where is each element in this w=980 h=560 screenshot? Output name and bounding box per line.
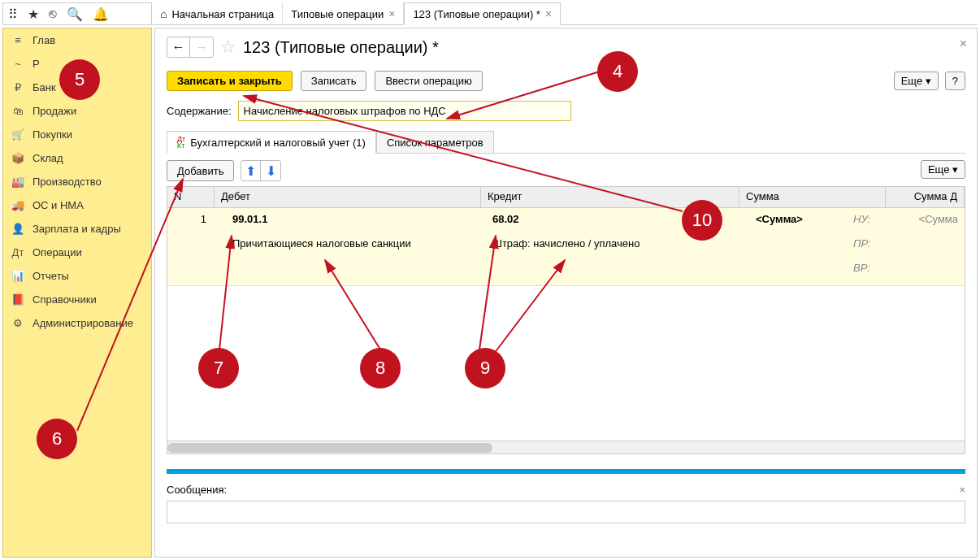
back-button[interactable]: ← xyxy=(167,37,190,57)
messages-body xyxy=(167,501,965,523)
sidebar: ≡Глав ~Р ₽Банк 🛍Продажи 🛒Покупки 📦Склад … xyxy=(2,28,152,558)
person-icon: 👤 xyxy=(11,223,24,235)
sidebar-item-label: Отчеты xyxy=(33,270,69,282)
help-button[interactable]: ? xyxy=(945,72,965,90)
sidebar-item-refs[interactable]: 📕Справочники xyxy=(3,288,151,311)
home-icon: ⌂ xyxy=(160,7,167,20)
col-n[interactable]: N xyxy=(167,187,215,207)
tab-123[interactable]: 123 (Типовые операции) * × xyxy=(404,2,561,25)
badge-6: 6 xyxy=(37,419,77,459)
badge-9: 9 xyxy=(465,348,505,389)
debit-description: Причитающиеся налоговые санкции xyxy=(232,237,411,250)
sidebar-item-os-nma[interactable]: 🚚ОС и НМА xyxy=(3,193,151,217)
content-input[interactable] xyxy=(238,101,571,121)
tab-accounting[interactable]: ДтКт Бухгалтерский и налоговый учет (1) xyxy=(167,131,376,154)
close-icon[interactable]: × xyxy=(388,7,395,20)
sidebar-item-production[interactable]: 🏭Производство xyxy=(3,170,151,193)
save-button[interactable]: Записать xyxy=(301,71,367,91)
col-sumd[interactable]: Сумма Д xyxy=(886,187,965,207)
sidebar-item-reports[interactable]: 📊Отчеты xyxy=(3,264,151,288)
content-label: Содержание: xyxy=(167,105,232,117)
nav-buttons: ← → xyxy=(167,37,214,58)
tab-home[interactable]: ⌂ Начальная страница xyxy=(152,2,283,25)
row-n: 1 xyxy=(167,208,215,230)
badge-10: 10 xyxy=(682,200,722,241)
sidebar-item-label: Продажи xyxy=(33,105,76,117)
chart-icon: ~ xyxy=(11,58,24,70)
cart-icon: 🛒 xyxy=(11,128,24,141)
ruble-icon: ₽ xyxy=(11,81,24,93)
progress-bar xyxy=(167,469,965,474)
truck-icon: 🚚 xyxy=(11,199,24,211)
sidebar-item-label: Зарплата и кадры xyxy=(33,223,121,235)
more-grid-button[interactable]: Еще ▾ xyxy=(921,160,965,179)
add-button[interactable]: Добавить xyxy=(167,160,234,181)
sidebar-item-main[interactable]: ≡Глав xyxy=(3,28,151,52)
tab-bar: ⌂ Начальная страница Типовые операции × … xyxy=(152,2,978,25)
sidebar-item-label: Операции xyxy=(33,246,82,258)
nu-label: НУ: xyxy=(853,213,870,225)
tab-label: 123 (Типовые операции) * xyxy=(413,8,540,20)
book-icon: 📕 xyxy=(11,293,24,306)
star-icon[interactable]: ★ xyxy=(28,7,39,22)
close-icon[interactable]: × xyxy=(545,7,552,20)
sidebar-item-purchases[interactable]: 🛒Покупки xyxy=(3,123,151,146)
col-sum[interactable]: Сумма xyxy=(739,187,886,207)
content-area: ← → ☆ 123 (Типовые операции) * × Записат… xyxy=(154,28,978,558)
save-close-button[interactable]: Записать и закрыть xyxy=(167,71,293,91)
tab-label: Список параметров xyxy=(387,137,483,149)
page-title: 123 (Типовые операции) * xyxy=(243,38,439,57)
favorite-star-icon[interactable]: ☆ xyxy=(220,37,236,58)
debit-account[interactable]: 99.01.1 xyxy=(232,213,267,225)
box-icon: 📦 xyxy=(11,152,24,164)
badge-7: 7 xyxy=(198,348,239,389)
sidebar-item-warehouse[interactable]: 📦Склад xyxy=(3,146,151,170)
dtkt-icon: Дт xyxy=(11,246,24,258)
sidebar-item-label: Глав xyxy=(33,34,55,46)
gear-icon: ⚙ xyxy=(11,317,24,329)
topbar: ⠿ ★ ⎋ 🔍 🔔 ⌂ Начальная страница Типовые о… xyxy=(2,2,978,25)
credit-description: Штраф: начислено / уплачено xyxy=(492,237,640,250)
tab-label: Бухгалтерский и налоговый учет (1) xyxy=(190,137,366,149)
bars-icon: 📊 xyxy=(11,270,24,282)
horizontal-scrollbar[interactable] xyxy=(167,441,965,454)
apps-icon[interactable]: ⠿ xyxy=(8,7,18,22)
sidebar-item-admin[interactable]: ⚙Администрирование xyxy=(3,311,151,335)
move-down-button[interactable]: ⬇ xyxy=(261,161,280,180)
sum-value[interactable]: <Сумма> xyxy=(756,213,803,225)
tab-label: Типовые операции xyxy=(291,8,384,20)
close-page-icon[interactable]: × xyxy=(960,37,967,51)
sidebar-item-label: Р xyxy=(33,58,40,70)
tab-home-label: Начальная страница xyxy=(171,8,274,20)
sidebar-item-operations[interactable]: ДтОперации xyxy=(3,241,151,264)
menu-icon: ≡ xyxy=(11,34,24,46)
forward-button[interactable]: → xyxy=(190,37,213,57)
badge-4: 4 xyxy=(597,51,638,92)
tab-typical-ops[interactable]: Типовые операции × xyxy=(283,2,404,25)
sidebar-item-label: Склад xyxy=(33,152,63,164)
pr-label: ПР: xyxy=(853,237,871,250)
sidebar-item-label: Производство xyxy=(33,176,102,188)
tab-params[interactable]: Список параметров xyxy=(376,131,494,153)
close-messages-icon[interactable]: × xyxy=(959,484,965,496)
col-debit[interactable]: Дебет xyxy=(215,187,481,207)
sidebar-item-sales[interactable]: 🛍Продажи xyxy=(3,99,151,123)
history-icon[interactable]: ⎋ xyxy=(49,7,57,21)
sidebar-item-label: Покупки xyxy=(33,128,72,141)
bell-icon[interactable]: 🔔 xyxy=(93,7,109,22)
sidebar-item-label: Банк xyxy=(33,81,56,93)
bag-icon: 🛍 xyxy=(11,105,24,117)
sumd-value: <Сумма xyxy=(919,213,958,225)
credit-account[interactable]: 68.02 xyxy=(492,213,519,225)
dtkt-icon: ДтКт xyxy=(177,136,185,149)
sidebar-item-label: Справочники xyxy=(33,293,97,306)
more-button[interactable]: Еще ▾ xyxy=(894,72,939,90)
vr-label: ВР: xyxy=(853,262,870,274)
move-up-button[interactable]: ⬆ xyxy=(241,161,261,180)
messages-label: Сообщения: xyxy=(167,484,227,496)
search-icon[interactable]: 🔍 xyxy=(67,7,83,22)
table-row[interactable]: 1 99.01.1 Причитающиеся налоговые санкци… xyxy=(167,208,965,286)
topbar-tools: ⠿ ★ ⎋ 🔍 🔔 xyxy=(2,2,152,25)
enter-operation-button[interactable]: Ввести операцию xyxy=(375,71,482,91)
sidebar-item-salary[interactable]: 👤Зарплата и кадры xyxy=(3,217,151,241)
